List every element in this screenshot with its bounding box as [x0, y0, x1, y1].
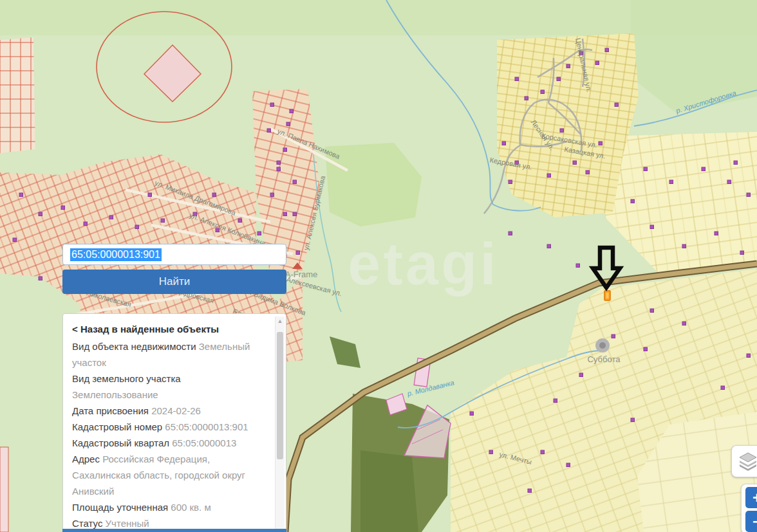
- map-label: Суббота: [588, 354, 621, 364]
- find-button[interactable]: Найти: [62, 270, 286, 294]
- panel-scrollbar[interactable]: ▲: [275, 316, 285, 529]
- attribute-row: Кадастровый квартал 65:05:0000013: [72, 435, 266, 451]
- landmark-icon: [595, 338, 610, 353]
- attribute-row: Площадь уточненная 600 кв. м: [72, 499, 266, 515]
- layers-button[interactable]: [731, 445, 757, 477]
- search-input-value: 65:05:0000013:901: [70, 248, 162, 261]
- map-label: A-Frame: [285, 270, 318, 279]
- zoom-out-button[interactable]: −: [745, 511, 757, 532]
- cadastral-map-app: etagi ул. Павла Нахимова ул. Михаила Дра…: [0, 0, 757, 532]
- back-link[interactable]: < Назад в найденные объекты: [72, 321, 266, 337]
- zoom-control: + −: [741, 484, 757, 532]
- zoom-in-button[interactable]: +: [745, 487, 757, 508]
- attribute-row: Адрес Российская Федерация, Сахалинская …: [72, 451, 266, 499]
- attribute-row: Вид объекта недвижимости Земельный участ…: [72, 338, 266, 371]
- scroll-up-icon[interactable]: ▲: [276, 316, 285, 326]
- object-info-panel: < Назад в найденные объекты Вид объекта …: [62, 313, 286, 532]
- selected-parcel-marker-inner: [606, 293, 609, 298]
- panel-footer-strip: [62, 529, 286, 532]
- scrollbar-thumb[interactable]: [277, 332, 283, 459]
- attribute-row: Вид земельного участка Землепользование: [72, 371, 266, 403]
- watermark: etagi: [348, 231, 499, 297]
- attribute-row: Дата присвоения 2024-02-26: [72, 403, 266, 419]
- layers-icon: [737, 450, 757, 472]
- parcel-block: [0, 37, 35, 153]
- search-input[interactable]: 65:05:0000013:901: [62, 244, 286, 265]
- attribute-row: Кадастровый номер 65:05:0000013:901: [72, 419, 266, 435]
